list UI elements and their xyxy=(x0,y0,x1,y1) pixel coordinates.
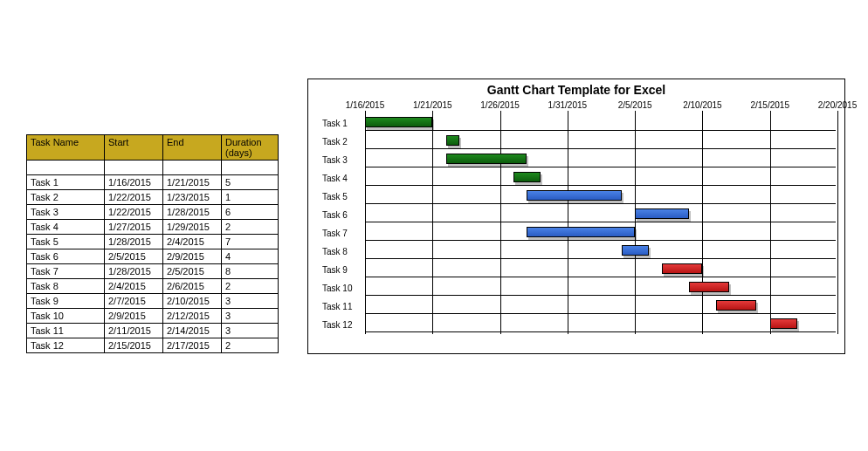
cell-duration[interactable]: 1 xyxy=(222,190,279,205)
cell-duration[interactable]: 2 xyxy=(222,338,279,353)
gantt-bar[interactable] xyxy=(513,172,541,182)
table-row[interactable]: Task 2 1/22/2015 1/23/2015 1 xyxy=(27,190,279,205)
gantt-row-label: Task 2 xyxy=(322,133,362,151)
table-row[interactable]: Task 9 2/7/2015 2/10/2015 3 xyxy=(27,294,279,309)
gantt-row-label: Task 4 xyxy=(322,169,362,188)
cell-task-name[interactable]: Task 2 xyxy=(27,190,105,205)
gantt-row-label: Task 1 xyxy=(322,114,362,133)
gantt-row-baseline xyxy=(365,331,836,332)
cell-task-name[interactable]: Task 1 xyxy=(27,175,105,190)
table-row[interactable]: Task 7 1/28/2015 2/5/2015 8 xyxy=(27,264,279,279)
cell-task-name[interactable]: Task 12 xyxy=(27,338,105,353)
gantt-bar[interactable] xyxy=(365,117,432,127)
gantt-bar[interactable] xyxy=(622,245,649,256)
gantt-bar[interactable] xyxy=(527,227,635,237)
table-row[interactable]: Task 10 2/9/2015 2/12/2015 3 xyxy=(27,309,279,324)
gantt-row-baseline xyxy=(365,240,836,241)
gantt-bar[interactable] xyxy=(716,300,756,311)
table-row[interactable]: Task 12 2/15/2015 2/17/2015 2 xyxy=(27,338,279,353)
task-table: Task Name Start End Duration (days) Task… xyxy=(26,134,279,353)
table-row[interactable] xyxy=(27,161,279,175)
cell-start[interactable]: 1/22/2015 xyxy=(105,205,163,220)
cell-task-name[interactable]: Task 3 xyxy=(27,205,105,220)
cell-duration[interactable]: 3 xyxy=(222,309,279,324)
cell-task-name[interactable]: Task 5 xyxy=(27,235,105,249)
cell-task-name[interactable]: Task 8 xyxy=(27,279,105,294)
cell-end[interactable]: 1/29/2015 xyxy=(163,220,222,235)
x-tick-label: 1/31/2015 xyxy=(548,100,588,110)
table-row[interactable]: Task 5 1/28/2015 2/4/2015 7 xyxy=(27,235,279,249)
cell-start[interactable]: 1/28/2015 xyxy=(105,264,163,279)
cell-task-name[interactable]: Task 6 xyxy=(27,249,105,264)
gantt-bar[interactable] xyxy=(662,263,702,274)
gantt-row: Task 7 xyxy=(308,224,844,243)
gantt-row-label: Task 12 xyxy=(322,316,362,334)
cell-end[interactable]: 2/4/2015 xyxy=(163,235,222,249)
cell-task-name[interactable]: Task 4 xyxy=(27,220,105,235)
x-axis-ticks: 1/16/20151/21/20151/26/20151/31/20152/5/… xyxy=(308,100,844,114)
table-row[interactable]: Task 1 1/16/2015 1/21/2015 5 xyxy=(27,175,279,190)
gantt-bar[interactable] xyxy=(770,318,797,329)
cell-duration[interactable]: 5 xyxy=(222,175,279,190)
gantt-bar[interactable] xyxy=(446,135,459,146)
cell-start[interactable]: 2/5/2015 xyxy=(105,249,163,264)
cell-task-name[interactable]: Task 11 xyxy=(27,324,105,338)
cell-task-name[interactable]: Task 9 xyxy=(27,294,105,309)
cell-end[interactable]: 1/23/2015 xyxy=(163,190,222,205)
x-tick-label: 2/5/2015 xyxy=(618,100,652,110)
cell-start[interactable]: 2/4/2015 xyxy=(105,279,163,294)
cell-duration[interactable]: 4 xyxy=(222,249,279,264)
cell-end[interactable]: 2/10/2015 xyxy=(163,294,222,309)
gantt-row-label: Task 3 xyxy=(322,151,362,169)
cell-end[interactable]: 2/12/2015 xyxy=(163,309,222,324)
gantt-bar[interactable] xyxy=(527,190,621,201)
gantt-row-label: Task 10 xyxy=(322,279,362,297)
table-row[interactable]: Task 8 2/4/2015 2/6/2015 2 xyxy=(27,279,279,294)
cell-end[interactable]: 1/28/2015 xyxy=(163,205,222,220)
gantt-row: Task 3 xyxy=(308,151,844,169)
table-row[interactable]: Task 4 1/27/2015 1/29/2015 2 xyxy=(27,220,279,235)
cell-duration[interactable]: 3 xyxy=(222,294,279,309)
gantt-row: Task 6 xyxy=(308,206,844,224)
cell-start[interactable]: 1/16/2015 xyxy=(105,175,163,190)
gantt-row-baseline xyxy=(365,148,836,149)
table-row[interactable]: Task 11 2/11/2015 2/14/2015 3 xyxy=(27,324,279,338)
cell-end[interactable]: 2/6/2015 xyxy=(163,279,222,294)
gantt-bar[interactable] xyxy=(635,208,689,219)
cell-start[interactable]: 1/22/2015 xyxy=(105,190,163,205)
cell-start[interactable]: 2/15/2015 xyxy=(105,338,163,353)
cell-duration[interactable]: 3 xyxy=(222,324,279,338)
cell-start[interactable]: 2/9/2015 xyxy=(105,309,163,324)
cell-start[interactable]: 1/27/2015 xyxy=(105,220,163,235)
gantt-chart: Gantt Chart Template for Excel 1/16/2015… xyxy=(307,79,845,354)
cell-end[interactable]: 2/5/2015 xyxy=(163,264,222,279)
gantt-row: Task 2 xyxy=(308,133,844,151)
cell-end[interactable]: 2/17/2015 xyxy=(163,338,222,353)
gantt-row: Task 4 xyxy=(308,169,844,188)
cell-duration[interactable]: 7 xyxy=(222,235,279,249)
cell-end[interactable]: 2/9/2015 xyxy=(163,249,222,264)
x-tick-label: 2/20/2015 xyxy=(818,100,858,110)
cell-start[interactable]: 2/7/2015 xyxy=(105,294,163,309)
cell-task-name[interactable]: Task 10 xyxy=(27,309,105,324)
gantt-row-label: Task 5 xyxy=(322,188,362,206)
gantt-bar[interactable] xyxy=(446,154,527,164)
table-row[interactable]: Task 3 1/22/2015 1/28/2015 6 xyxy=(27,205,279,220)
cell-end[interactable]: 1/21/2015 xyxy=(163,175,222,190)
cell-duration[interactable]: 2 xyxy=(222,220,279,235)
gantt-bar[interactable] xyxy=(689,282,729,292)
x-tick-label: 2/10/2015 xyxy=(683,100,722,110)
gantt-row-baseline xyxy=(365,313,836,314)
table-header-row: Task Name Start End Duration (days) xyxy=(27,135,279,161)
cell-start[interactable]: 2/11/2015 xyxy=(105,324,163,338)
x-tick-label: 1/21/2015 xyxy=(413,100,452,110)
cell-duration[interactable]: 8 xyxy=(222,264,279,279)
table-row[interactable]: Task 6 2/5/2015 2/9/2015 4 xyxy=(27,249,279,264)
cell-task-name[interactable]: Task 7 xyxy=(27,264,105,279)
cell-duration[interactable]: 2 xyxy=(222,279,279,294)
header-end: End xyxy=(163,135,222,161)
gantt-row-baseline xyxy=(365,295,836,296)
cell-start[interactable]: 1/28/2015 xyxy=(105,235,163,249)
cell-end[interactable]: 2/14/2015 xyxy=(163,324,222,338)
cell-duration[interactable]: 6 xyxy=(222,205,279,220)
